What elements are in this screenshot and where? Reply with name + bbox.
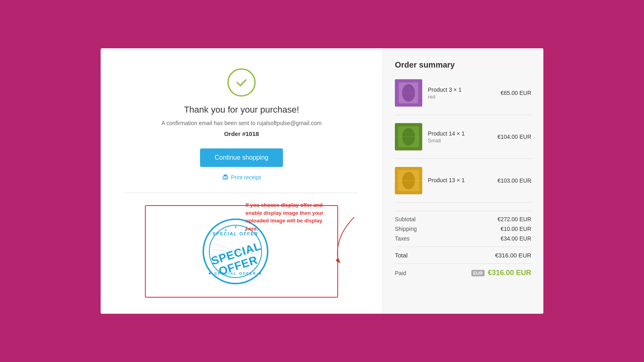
total-row: Total €316.00 EUR [395, 252, 531, 259]
item-3-price: €103.00 EUR [497, 177, 531, 184]
item-2-variant: Small [428, 138, 497, 144]
total-value: €316.00 EUR [495, 252, 531, 259]
taxes-value: €34.00 EUR [501, 235, 531, 242]
order-summary-panel: Order summary Product 3 × 1 red €65.00 E… [382, 48, 543, 314]
order-item-3: Product 13 × 1 €103.00 EUR [395, 167, 531, 203]
subtotal-row: Subtotal €272.00 EUR [395, 216, 531, 222]
item-3-details: Product 13 × 1 [422, 177, 497, 184]
shipping-value: €10.00 EUR [501, 226, 531, 232]
product-14-image [395, 123, 422, 150]
annotation-text: If you choose display offer and enable d… [246, 201, 330, 232]
paid-label: Paid [395, 270, 406, 276]
checkmark-icon [234, 75, 249, 90]
subtotal-value: €272.00 EUR [497, 216, 531, 222]
taxes-row: Taxes €34.00 EUR [395, 235, 531, 242]
item-1-name: Product 3 × 1 [428, 86, 501, 93]
shipping-label: Shipping [395, 226, 417, 232]
svg-text:★: ★ [234, 225, 237, 229]
item-1-variant: red [428, 94, 501, 100]
printer-icon [222, 174, 229, 181]
success-icon-circle [227, 68, 256, 97]
item-2-price: €104.00 EUR [497, 134, 531, 140]
total-label: Total [395, 252, 408, 259]
order-item-2: Product 14 × 1 Small €104.00 EUR [395, 123, 531, 159]
item-2-name: Product 14 × 1 [428, 130, 497, 137]
main-card: Thank you for your purchase! A confirmat… [101, 48, 543, 314]
item-1-details: Product 3 × 1 red [422, 86, 501, 100]
divider [125, 193, 358, 193]
summary-divider-2 [395, 247, 531, 247]
svg-rect-1 [224, 175, 227, 176]
order-summary-title: Order summary [395, 60, 531, 70]
print-receipt-link[interactable]: Print receipt [222, 174, 261, 181]
print-receipt-label: Print receipt [231, 174, 261, 181]
thank-you-heading: Thank you for your purchase! [184, 105, 299, 115]
svg-point-3 [227, 177, 227, 178]
annotation-arrow [326, 213, 362, 265]
svg-marker-16 [336, 257, 341, 263]
svg-text:★ SPECIAL OFFER ★: ★ SPECIAL OFFER ★ [208, 272, 262, 276]
left-panel: Thank you for your purchase! A confirmat… [101, 48, 382, 314]
paid-amount: €316.00 EUR [488, 269, 531, 277]
item-1-price: €65.00 EUR [501, 90, 531, 96]
continue-shopping-button[interactable]: Continue shopping [200, 148, 283, 167]
shipping-row: Shipping €10.00 EUR [395, 226, 531, 232]
item-3-name: Product 13 × 1 [428, 177, 497, 183]
paid-row: Paid EUR €316.00 EUR [395, 263, 531, 277]
order-number: Order #1018 [224, 130, 259, 137]
summary-divider-1 [395, 211, 531, 211]
paid-value-container: EUR €316.00 EUR [471, 269, 531, 277]
item-2-details: Product 14 × 1 Small [422, 130, 497, 144]
product-13-image [395, 167, 422, 194]
taxes-label: Taxes [395, 235, 410, 242]
order-item-1: Product 3 × 1 red €65.00 EUR [395, 79, 531, 115]
confirmation-email-text: A confirmation email has been sent to ru… [161, 120, 322, 126]
currency-badge: EUR [471, 270, 485, 276]
annotation-container: If you choose display offer and enable d… [246, 201, 362, 265]
product-3-image [395, 79, 422, 107]
subtotal-label: Subtotal [395, 216, 415, 222]
